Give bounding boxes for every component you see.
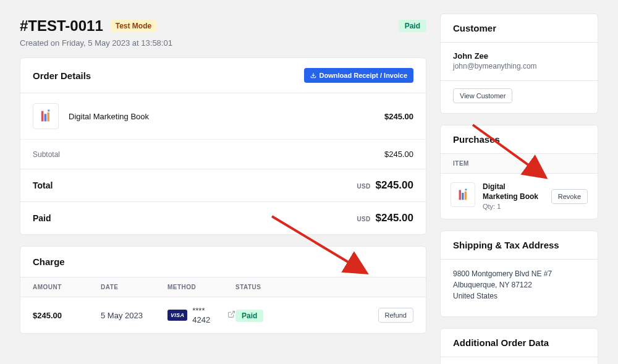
col-status-header: STATUS <box>235 284 303 290</box>
order-header: #TEST-0011 Test Mode Paid Created on Fri… <box>20 0 426 57</box>
product-thumbnail <box>33 103 59 129</box>
charge-date: 5 May 2023 <box>101 311 167 320</box>
purchase-item-qty: Qty: 1 <box>483 203 538 210</box>
charge-status-badge: Paid <box>235 310 263 322</box>
charge-table-head: AMOUNT DATE METHOD STATUS <box>20 277 426 297</box>
svg-rect-7 <box>462 193 464 200</box>
svg-point-4 <box>48 109 50 112</box>
customer-email: john@bymeanything.com <box>453 62 585 70</box>
order-created-text: Created on Friday, 5 May 2023 at 13:58:0… <box>20 38 426 48</box>
paid-badge: Paid <box>399 20 426 32</box>
subtotal-amount: $245.00 <box>384 150 413 159</box>
total-label: Total <box>33 180 53 190</box>
line-item-amount: $245.00 <box>384 112 413 121</box>
charge-title: Charge <box>33 256 65 267</box>
download-receipt-button[interactable]: Download Receipt / Invoice <box>304 68 413 83</box>
col-method-header: METHOD <box>167 284 235 290</box>
refund-button[interactable]: Refund <box>378 308 413 323</box>
svg-rect-2 <box>44 114 47 121</box>
purchases-title: Purchases <box>453 134 500 145</box>
shipping-title: Shipping & Tax Address <box>453 240 559 250</box>
paid-amount: $245.00 <box>376 212 413 224</box>
test-mode-badge: Test Mode <box>111 20 156 32</box>
col-amount-header: AMOUNT <box>33 284 101 290</box>
total-currency: USD <box>357 183 371 190</box>
view-customer-button[interactable]: View Customer <box>453 88 512 103</box>
svg-rect-1 <box>41 111 44 122</box>
card-brand-badge: VISA <box>167 310 187 321</box>
customer-name: John Zee <box>453 51 585 61</box>
external-link-icon[interactable] <box>227 310 235 320</box>
svg-point-9 <box>465 188 467 190</box>
order-id: #TEST-0011 <box>20 17 103 35</box>
svg-line-5 <box>231 311 234 315</box>
col-date-header: DATE <box>101 284 167 290</box>
paid-label: Paid <box>33 213 51 223</box>
shipping-line1: 9800 Montgomery Blvd NE #7 <box>453 268 585 279</box>
subtotal-row: Subtotal $245.00 <box>20 139 426 169</box>
charge-panel: Charge AMOUNT DATE METHOD STATUS $245.00… <box>20 246 426 334</box>
charge-row: $245.00 5 May 2023 VISA **** 4242 Paid R… <box>20 297 426 333</box>
line-item-name: Digital Marketing Book <box>69 112 149 121</box>
revoke-button[interactable]: Revoke <box>551 189 588 204</box>
order-details-title: Order Details <box>33 70 91 81</box>
download-receipt-label: Download Receipt / Invoice <box>320 72 407 79</box>
subtotal-label: Subtotal <box>33 150 60 159</box>
customer-panel: Customer John Zee john@bymeanything.com … <box>440 14 598 114</box>
total-row: Total USD $245.00 <box>20 169 426 201</box>
svg-rect-3 <box>47 112 49 121</box>
paid-currency: USD <box>357 216 371 222</box>
total-amount: $245.00 <box>376 179 413 192</box>
purchase-row: Digital Marketing Book Qty: 1 Revoke <box>441 174 598 219</box>
additional-data-panel: Additional Order Data <box>440 328 598 364</box>
shipping-panel: Shipping & Tax Address 9800 Montgomery B… <box>440 231 598 317</box>
charge-amount: $245.00 <box>33 311 101 320</box>
card-last4: **** 4242 <box>192 306 222 324</box>
purchase-item-name: Digital Marketing Book <box>483 182 538 201</box>
additional-title: Additional Order Data <box>453 337 549 348</box>
purchases-item-header: ITEM <box>441 153 598 174</box>
customer-title: Customer <box>453 23 496 33</box>
paid-row: Paid USD $245.00 <box>20 201 426 234</box>
purchase-thumbnail <box>451 182 475 207</box>
svg-rect-8 <box>464 191 466 200</box>
line-item-row: Digital Marketing Book $245.00 <box>20 93 426 139</box>
shipping-line2: Albuquerque, NY 87122 <box>453 279 585 290</box>
purchases-panel: Purchases ITEM Digital Marketing Book Qt… <box>440 125 598 219</box>
order-details-panel: Order Details Download Receipt / Invoice… <box>20 57 426 235</box>
shipping-line3: United States <box>453 290 585 302</box>
svg-rect-6 <box>459 190 460 200</box>
download-icon <box>310 72 316 78</box>
